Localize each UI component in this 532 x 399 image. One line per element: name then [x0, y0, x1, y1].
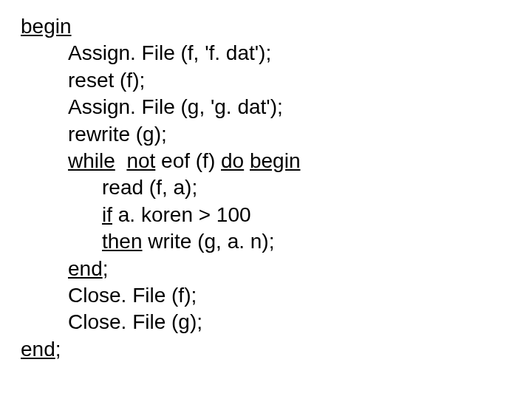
keyword-then: then: [102, 230, 143, 253]
code-text: ;: [103, 257, 109, 280]
keyword-if: if: [102, 203, 112, 226]
code-line: Close. File (g);: [21, 309, 511, 335]
code-text: eof (f): [155, 149, 221, 172]
code-text: Close. File (f);: [68, 284, 197, 307]
code-line: reset (f);: [21, 67, 511, 94]
code-line: then write (g, a. n);: [21, 228, 511, 255]
code-line: if a. koren > 100: [21, 202, 511, 228]
code-line: Assign. File (g, 'g. dat');: [21, 94, 511, 120]
code-text: Assign. File (g, 'g. dat');: [68, 95, 283, 118]
code-line: while not eof (f) do begin: [21, 148, 511, 174]
code-text: [115, 149, 127, 172]
code-block: begin Assign. File (f, 'f. dat'); reset …: [0, 0, 532, 376]
code-line: Close. File (f);: [21, 282, 511, 309]
keyword-end: end: [68, 257, 103, 280]
code-line: rewrite (g);: [21, 121, 511, 148]
code-line: end;: [21, 256, 511, 282]
keyword-end: end: [21, 338, 55, 361]
code-line: Assign. File (f, 'f. dat');: [21, 40, 511, 66]
keyword-begin: begin: [21, 15, 72, 38]
code-line: begin: [21, 13, 511, 40]
code-text: read (f, a);: [102, 176, 197, 199]
code-text: rewrite (g);: [68, 123, 167, 146]
code-line: read (f, a);: [21, 174, 511, 201]
code-text: ;: [55, 338, 61, 361]
code-text: a. koren > 100: [112, 203, 251, 226]
keyword-not: not: [126, 149, 155, 172]
keyword-do: do: [221, 149, 244, 172]
code-line: end;: [21, 336, 511, 363]
code-text: Assign. File (f, 'f. dat');: [68, 41, 271, 64]
keyword-while: while: [68, 149, 115, 172]
code-text: write (g, a. n);: [143, 230, 275, 253]
keyword-begin: begin: [250, 149, 301, 172]
code-text: [244, 149, 250, 172]
code-text: Close. File (g);: [68, 310, 202, 333]
code-text: reset (f);: [68, 69, 145, 92]
